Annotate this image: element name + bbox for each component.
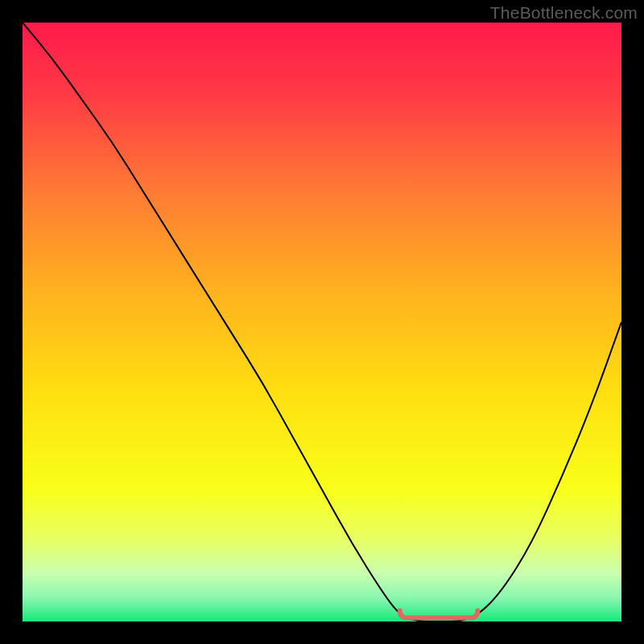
bottleneck-curve bbox=[23, 23, 621, 621]
watermark-text: TheBottleneck.com bbox=[490, 3, 638, 23]
plot-area bbox=[23, 23, 621, 621]
chart-frame: TheBottleneck.com bbox=[0, 0, 644, 644]
optimal-range-marker bbox=[400, 611, 478, 618]
chart-svg bbox=[23, 23, 621, 621]
